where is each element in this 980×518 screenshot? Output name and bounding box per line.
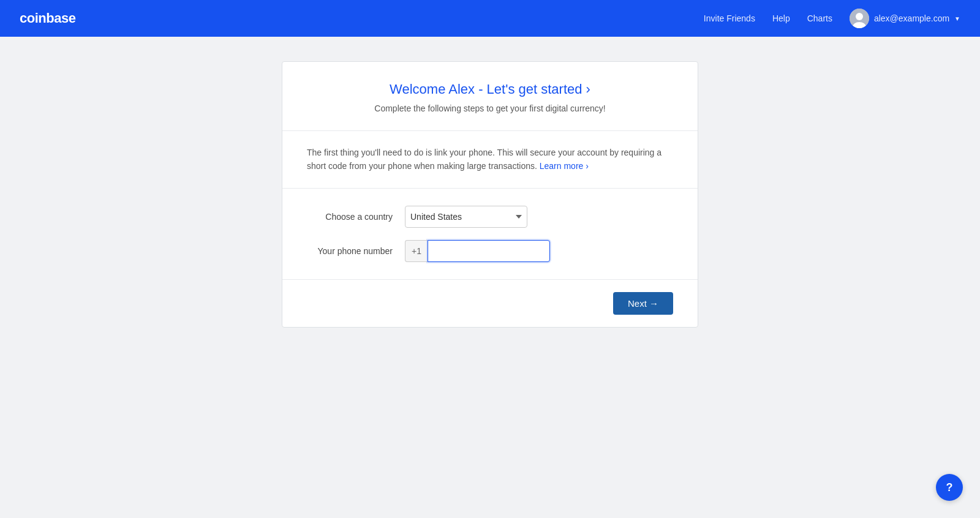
caret-icon: ▼ [954, 15, 960, 22]
country-control: United States Canada United Kingdom Aust… [405, 206, 673, 228]
username-label: alex@example.com [874, 13, 949, 23]
avatar-icon [850, 9, 869, 28]
onboarding-card: Welcome Alex - Let's get started › Compl… [282, 61, 698, 328]
card-subtitle: Complete the following steps to get your… [307, 103, 673, 113]
invite-friends-link[interactable]: Invite Friends [704, 13, 755, 23]
help-link[interactable]: Help [772, 13, 790, 23]
navbar-right: Invite Friends Help Charts alex@example.… [704, 9, 960, 28]
phone-prefix: +1 [405, 240, 428, 262]
country-label: Choose a country [307, 212, 405, 222]
card-header: Welcome Alex - Let's get started › Compl… [282, 62, 698, 131]
phone-row: Your phone number +1 [307, 240, 673, 262]
logo: coinbase [20, 10, 75, 26]
user-menu[interactable]: alex@example.com ▼ [850, 9, 960, 28]
card-footer: Next → [282, 280, 698, 327]
help-button[interactable]: ? [936, 474, 963, 501]
card-form: Choose a country United States Canada Un… [282, 189, 698, 280]
svg-point-1 [856, 13, 863, 20]
next-button[interactable]: Next → [613, 292, 673, 315]
card-info: The first thing you'll need to do is lin… [282, 131, 698, 189]
country-row: Choose a country United States Canada Un… [307, 206, 673, 228]
learn-more-link[interactable]: Learn more › [540, 161, 589, 171]
phone-label: Your phone number [307, 246, 405, 256]
navbar: coinbase Invite Friends Help Charts alex… [0, 0, 980, 37]
card-title: Welcome Alex - Let's get started › [307, 81, 673, 97]
info-text: The first thing you'll need to do is lin… [307, 148, 662, 171]
country-select[interactable]: United States Canada United Kingdom Aust… [405, 206, 527, 228]
phone-control: +1 [405, 240, 673, 262]
main-content: Welcome Alex - Let's get started › Compl… [0, 37, 980, 352]
avatar [850, 9, 869, 28]
charts-link[interactable]: Charts [807, 13, 832, 23]
phone-input[interactable] [428, 240, 550, 262]
phone-input-group: +1 [405, 240, 673, 262]
